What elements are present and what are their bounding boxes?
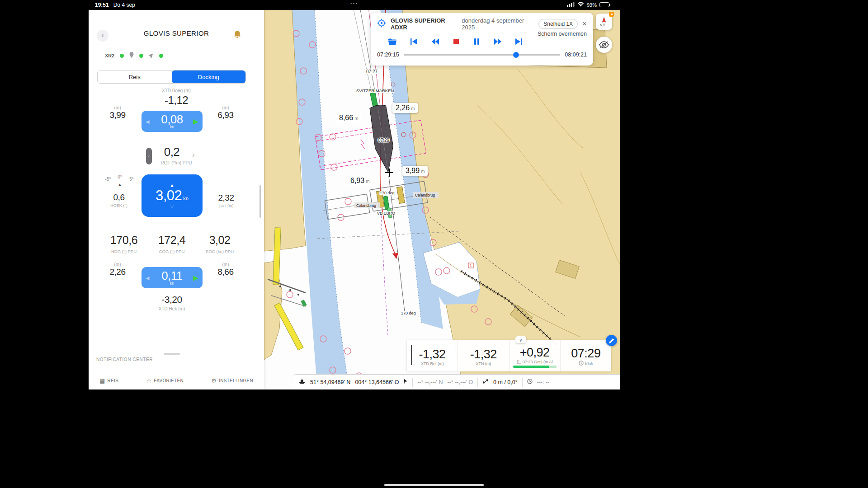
clock-value: 07:29 (571, 347, 600, 360)
screen-takeover-button[interactable]: Scherm overnemen (538, 31, 587, 37)
tide-cell[interactable]: +0,92 07:23 Getij (m Al (509, 340, 560, 371)
measurement-bow-starboard[interactable]: 2,26m (392, 103, 418, 113)
nav-reis[interactable]: ▦REIS (99, 377, 118, 384)
eta-clock-icon (527, 379, 533, 385)
label-svitzer-marken: SVITZER MARKEN (356, 88, 394, 93)
stern-left-unit: (m) (114, 262, 121, 267)
xtd-ref-cell[interactable]: -1,32 XTD Ref (m) (407, 340, 458, 371)
home-indicator[interactable] (384, 484, 484, 486)
chevron-down-icon: ∨ (519, 338, 522, 343)
eye-slash-icon (599, 41, 609, 48)
stop-button[interactable] (453, 38, 460, 47)
scale-min: -5° (105, 177, 111, 182)
bell-icon[interactable] (233, 30, 241, 41)
nav-instellingen[interactable]: ⚙INSTELLINGEN (211, 377, 253, 384)
docking-panel: ‹ GLOVIS SUPERIOR XR2 Reis Docking XTD B… (89, 10, 264, 389)
divider (412, 378, 413, 387)
range-bearing-value[interactable]: 0 m / 0,0° (493, 379, 518, 385)
ipad-screen: 19:51 Do 4 sep ••• 93% ‹ GLOVIS SUPERIOR… (89, 0, 620, 389)
bow-right-unit: (m) (222, 105, 229, 110)
stern-speed-button[interactable]: ◀ 0,11kn ▶ (142, 267, 203, 288)
measurement-stern-port[interactable]: 6,93m (347, 176, 373, 186)
replay-panel: GLOVIS SUPERIOR ADXR donderdag 4 septemb… (371, 13, 593, 66)
cellular-signal-icon (567, 2, 575, 8)
rot-chevron-right[interactable]: › (192, 150, 195, 160)
measurement-unit: m (421, 169, 425, 174)
eta-value[interactable]: ---: -- (537, 379, 550, 385)
label-time-0727: 07:27 (366, 69, 377, 74)
clock-icon (579, 361, 584, 366)
replay-time-end: 08:09:21 (565, 52, 587, 58)
hdg-value: 170,6 (110, 234, 137, 247)
bow-speed-value: 0,08 (161, 113, 183, 126)
replay-date: donderdag 4 september 2025 (462, 17, 529, 31)
skip-end-button[interactable] (515, 38, 523, 47)
pencil-icon (609, 338, 614, 343)
status-dot-1 (120, 54, 124, 58)
gear-icon: ⚙ (211, 377, 217, 384)
close-icon[interactable]: × (582, 20, 587, 28)
own-longitude[interactable]: 004° 13,64566' O (355, 379, 399, 385)
tab-docking[interactable]: Docking (172, 70, 246, 83)
device-status-row: XR2 (105, 52, 163, 60)
play-icon: ▶ (193, 274, 198, 282)
replay-slider[interactable] (404, 54, 561, 56)
open-file-button[interactable] (388, 38, 397, 47)
sog-value: 3,02 (209, 234, 231, 247)
stern-left-distance: 2,26 (110, 267, 126, 277)
label-calandbrug-b: Calandbrug (356, 203, 376, 208)
notification-drag-handle[interactable] (164, 353, 180, 355)
pause-button[interactable] (473, 38, 481, 47)
fast-forward-button[interactable] (494, 38, 502, 47)
ref-longitude[interactable]: --° --,---' O (447, 379, 473, 385)
tide-label: 07:23 Getij (m Al (523, 360, 553, 364)
measurement-bow-port[interactable]: 8,66m (336, 113, 361, 123)
collapse-overlay-button[interactable]: ∨ (515, 336, 526, 343)
chart-map[interactable]: SVITZER MARKEN 07:27 07:29 170 deg 170 d… (264, 10, 620, 389)
slider-thumb[interactable] (513, 52, 519, 58)
grid-icon: ▦ (99, 377, 105, 384)
wifi-icon (577, 2, 584, 8)
rot-label: ROT (°/m) PPU (89, 160, 264, 165)
lock-badge-icon (609, 12, 614, 17)
status-bar: 19:51 Do 4 sep ••• 93% (89, 0, 620, 10)
replay-time-current: 07:29:15 (377, 52, 399, 58)
visibility-toggle-button[interactable] (596, 37, 612, 53)
nav-favorieten[interactable]: ☆FAVORIETEN (146, 377, 184, 384)
clock-cell[interactable]: 07:29 Klok (560, 340, 611, 371)
bow-left-distance: 3,99 (110, 110, 126, 120)
ref-latitude[interactable]: --° --,---' N (417, 379, 443, 385)
cog-label: COG (°) PPU (159, 249, 185, 254)
tide-value: +0,92 (520, 346, 550, 359)
measurement-unit: m (366, 179, 369, 184)
measurement-unit: m (411, 106, 415, 111)
divider (477, 378, 478, 387)
panel-scrollbar[interactable] (259, 185, 261, 218)
notification-center-label: NOTIFICATION CENTER (96, 357, 153, 362)
rewind-icon: ◀ (146, 275, 149, 281)
xtn-cell[interactable]: -1,32 XTN (m) (458, 340, 509, 371)
bow-speed-button[interactable]: ◀ 0,08kn ▶ (142, 111, 203, 132)
own-latitude[interactable]: 51° 54,09469' N (310, 379, 350, 385)
tab-reis[interactable]: Reis (98, 70, 172, 83)
edit-button[interactable] (606, 335, 617, 346)
compass-icon: N (599, 17, 609, 27)
battery-percent: 93% (587, 2, 597, 8)
nav-reis-label: REIS (108, 378, 119, 383)
xtn-value: -1,32 (470, 348, 497, 361)
skip-start-button[interactable] (410, 38, 418, 47)
hdg-label: HDG (°) PPU (111, 249, 137, 254)
label-calandbrug-a: Calandbrug (415, 193, 435, 197)
measurement-stern-starboard[interactable]: 3,99m (402, 166, 428, 176)
dat-value: 2,32 (218, 193, 234, 203)
speed-pill[interactable]: Snelheid 1X (538, 19, 578, 29)
status-dot-2 (139, 54, 143, 58)
nautical-chart: SVITZER MARKEN 07:27 07:29 170 deg 170 d… (264, 10, 620, 389)
compass-button[interactable]: N (596, 14, 612, 30)
sog-label: SOG (kn) PPU (206, 249, 234, 254)
nav-favorieten-label: FAVORIETEN (154, 378, 184, 383)
status-menu-dots[interactable]: ••• (350, 1, 358, 5)
hoek-label: HOEK (°) (110, 203, 127, 208)
main-speed-button[interactable]: ▲ 3,02kn ▽ (142, 174, 203, 217)
rewind-button[interactable] (431, 38, 439, 47)
